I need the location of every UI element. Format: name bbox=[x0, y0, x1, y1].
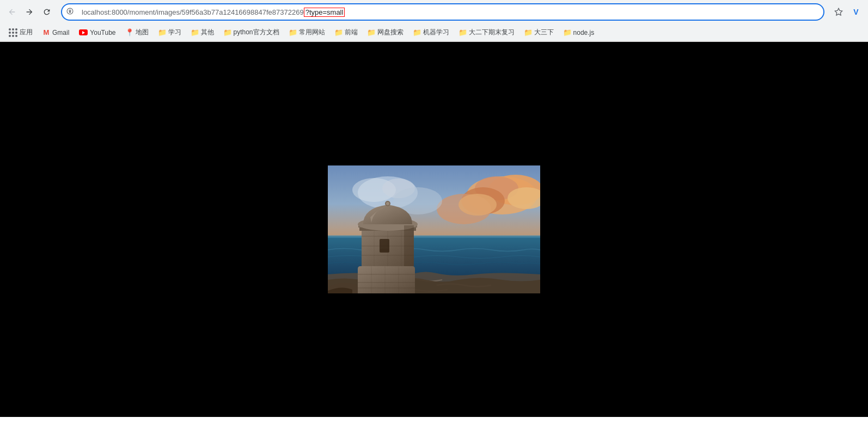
page-content bbox=[0, 42, 868, 417]
folder-other-icon: 📁 bbox=[191, 29, 199, 36]
bookmark-common-sites[interactable]: 📁 常用网站 bbox=[285, 26, 329, 39]
uni3-label: 大三下 bbox=[534, 28, 554, 37]
bookmark-frontend[interactable]: 📁 前端 bbox=[331, 26, 362, 39]
youtube-play-triangle bbox=[82, 31, 85, 34]
gmail-label: Gmail bbox=[52, 29, 69, 36]
folder-frontend-icon: 📁 bbox=[335, 29, 343, 36]
maps-icon: 📍 bbox=[126, 29, 133, 36]
gmail-icon: M bbox=[42, 29, 50, 36]
bookmark-ml[interactable]: 📁 机器学习 bbox=[409, 26, 454, 39]
bookmarks-bar: 应用 M Gmail YouTube 📍 地图 📁 学习 📁 其他 bbox=[0, 24, 868, 41]
address-bar-container: localhost:8000/moment/images/59f56a3b77a… bbox=[61, 3, 824, 21]
bookmark-uni-review[interactable]: 📁 大二下期末复习 bbox=[455, 26, 519, 39]
frontend-label: 前端 bbox=[345, 28, 358, 37]
bookmark-uni3[interactable]: 📁 大三下 bbox=[520, 26, 558, 39]
other-label: 其他 bbox=[201, 28, 214, 37]
svg-point-9 bbox=[459, 194, 497, 216]
youtube-icon bbox=[79, 29, 88, 35]
browser-controls: localhost:8000/moment/images/59f56a3b77a… bbox=[0, 0, 868, 24]
folder-ml-icon: 📁 bbox=[413, 29, 421, 36]
apps-grid-icon bbox=[9, 28, 17, 37]
svg-rect-15 bbox=[328, 235, 540, 238]
uni-review-label: 大二下期末复习 bbox=[469, 28, 515, 37]
toolbar-right: V bbox=[831, 4, 864, 20]
bookmark-maps[interactable]: 📍 地图 bbox=[121, 26, 153, 39]
python-docs-label: python官方文档 bbox=[234, 28, 279, 37]
svg-rect-32 bbox=[380, 249, 389, 251]
folder-uni-review-icon: 📁 bbox=[459, 29, 467, 36]
bookmark-disk-search[interactable]: 📁 网盘搜索 bbox=[363, 26, 408, 39]
common-sites-label: 常用网站 bbox=[299, 28, 325, 37]
study-label: 学习 bbox=[168, 28, 181, 37]
disk-search-label: 网盘搜索 bbox=[377, 28, 404, 37]
youtube-label: YouTube bbox=[90, 29, 115, 36]
coastal-image-container bbox=[328, 165, 540, 293]
reload-button[interactable] bbox=[39, 4, 54, 20]
ml-label: 机器学习 bbox=[423, 28, 449, 37]
folder-common-icon: 📁 bbox=[289, 29, 297, 36]
lock-icon bbox=[66, 8, 74, 16]
bookmark-nodejs[interactable]: 📁 node.js bbox=[559, 26, 599, 39]
bookmark-python-docs[interactable]: 📁 python官方文档 bbox=[219, 26, 284, 39]
nodejs-label: node.js bbox=[573, 29, 595, 36]
folder-study-icon: 📁 bbox=[158, 29, 166, 36]
back-button[interactable] bbox=[4, 4, 20, 20]
bookmark-other[interactable]: 📁 其他 bbox=[187, 26, 218, 39]
folder-uni3-icon: 📁 bbox=[524, 29, 532, 36]
folder-python-icon: 📁 bbox=[224, 29, 231, 36]
folder-disk-icon: 📁 bbox=[368, 29, 375, 36]
coastal-scene-svg bbox=[328, 165, 540, 293]
bookmark-star-button[interactable] bbox=[831, 4, 846, 20]
folder-nodejs-icon: 📁 bbox=[564, 29, 571, 36]
bookmark-gmail[interactable]: M Gmail bbox=[38, 26, 74, 39]
forward-button[interactable] bbox=[22, 4, 37, 20]
browser-chrome: localhost:8000/moment/images/59f56a3b77a… bbox=[0, 0, 868, 42]
apps-label: 应用 bbox=[20, 28, 33, 37]
svg-rect-1 bbox=[69, 11, 71, 13]
bookmark-apps[interactable]: 应用 bbox=[4, 26, 37, 39]
svg-point-30 bbox=[386, 202, 389, 205]
bookmark-youtube[interactable]: YouTube bbox=[75, 26, 120, 39]
maps-label: 地图 bbox=[136, 28, 149, 37]
url-text: localhost:8000/moment/images/59f56a3b77a… bbox=[82, 4, 817, 20]
url-query-highlighted: ?type=small bbox=[304, 8, 345, 17]
profile-icon: V bbox=[853, 8, 858, 16]
address-bar[interactable]: localhost:8000/moment/images/59f56a3b77a… bbox=[61, 3, 824, 21]
bookmark-study[interactable]: 📁 学习 bbox=[154, 26, 186, 39]
profile-button[interactable]: V bbox=[848, 4, 864, 20]
url-normal-part: localhost:8000/moment/images/59f56a3b77a… bbox=[82, 8, 304, 16]
